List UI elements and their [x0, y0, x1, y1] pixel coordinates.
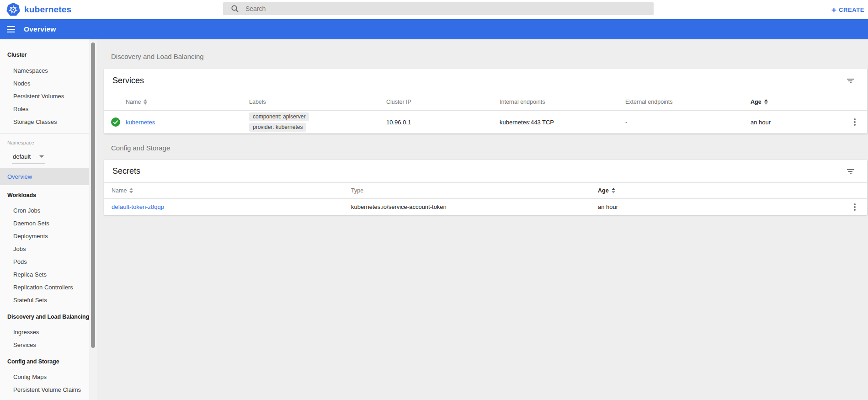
filter-icon[interactable]	[845, 77, 856, 85]
internal-endpoints-cell: kubernetes:443 TCP	[500, 119, 625, 126]
sidebar-item-storage-classes[interactable]: Storage Classes	[0, 116, 89, 128]
search-bar[interactable]	[223, 2, 654, 15]
sidebar-header-cluster: Cluster	[0, 48, 89, 61]
age-cell: an hour	[598, 203, 842, 210]
create-label: CREATE	[839, 6, 864, 13]
search-input[interactable]	[245, 5, 634, 12]
brand[interactable]: kubernetes	[6, 2, 71, 17]
column-header-cluster-ip: Cluster IP	[386, 99, 500, 105]
sidebar-item-namespaces[interactable]: Namespaces	[0, 64, 89, 77]
sidebar: Cluster Namespaces Nodes Persistent Volu…	[0, 39, 89, 400]
sidebar-item-roles[interactable]: Roles	[0, 103, 89, 116]
namespace-label: Namespace	[0, 138, 89, 147]
sidebar-header-workloads: Workloads	[0, 189, 89, 202]
column-header-name[interactable]: Name	[126, 99, 249, 105]
sort-asc-icon	[764, 99, 768, 105]
sidebar-scrollbar-thumb[interactable]	[91, 43, 95, 348]
table-row: default-token-z8qqp kubernetes.io/servic…	[104, 199, 867, 215]
sidebar-item-ingresses[interactable]: Ingresses	[0, 326, 89, 339]
sidebar-item-config-maps[interactable]: Config Maps	[0, 371, 89, 384]
main-content: Discovery and Load Balancing Services Na…	[97, 39, 868, 400]
sidebar-item-cron-jobs[interactable]: Cron Jobs	[0, 204, 89, 217]
sidebar-item-pods[interactable]: Pods	[0, 256, 89, 268]
column-header-type: Type	[351, 187, 598, 194]
secret-type-cell: kubernetes.io/service-account-token	[351, 203, 598, 210]
service-name-link[interactable]: kubernetes	[126, 119, 155, 126]
sidebar-divider	[0, 133, 89, 133]
sidebar-item-replication-controllers[interactable]: Replication Controllers	[0, 281, 89, 294]
sidebar-item-daemon-sets[interactable]: Daemon Sets	[0, 217, 89, 230]
sort-icon	[129, 188, 133, 193]
search-icon	[231, 5, 239, 13]
table-row: kubernetes component: apiserver provider…	[104, 111, 867, 133]
column-header-labels: Labels	[249, 99, 386, 105]
secrets-table-header: Name Type Age	[104, 183, 867, 199]
sidebar-item-overview[interactable]: Overview	[0, 168, 89, 185]
sidebar-item-persistent-volumes[interactable]: Persistent Volumes	[0, 90, 89, 103]
labels-cell: component: apiserver provider: kubernete…	[249, 112, 386, 132]
kubernetes-logo-icon	[6, 3, 20, 16]
sidebar-item-nodes[interactable]: Nodes	[0, 77, 89, 90]
external-endpoints-cell: -	[625, 119, 751, 126]
row-menu-icon[interactable]	[849, 117, 860, 128]
sidebar-item-stateful-sets[interactable]: Stateful Sets	[0, 294, 89, 307]
filter-icon[interactable]	[845, 167, 856, 176]
sidebar-item-persistent-volume-claims[interactable]: Persistent Volume Claims	[0, 384, 89, 396]
chevron-down-icon	[39, 155, 44, 158]
sort-icon	[144, 99, 147, 105]
services-card-title: Services	[112, 76, 144, 85]
column-header-name[interactable]: Name	[104, 187, 351, 194]
sidebar-item-services[interactable]: Services	[0, 339, 89, 352]
column-header-age[interactable]: Age	[598, 187, 842, 194]
sidebar-scrollbar-track[interactable]	[89, 39, 97, 400]
sidebar-item-jobs[interactable]: Jobs	[0, 243, 89, 256]
sidebar-header-config: Config and Storage	[0, 355, 89, 368]
column-header-age[interactable]: Age	[751, 99, 842, 105]
toolbar: Overview	[0, 19, 868, 39]
label-chip: provider: kubernetes	[249, 123, 306, 132]
services-card: Services Name Labels Cluster IP Internal…	[104, 69, 867, 133]
sort-asc-icon	[612, 188, 615, 193]
column-header-internal-endpoints: Internal endpoints	[500, 99, 625, 105]
status-ok-icon	[111, 117, 120, 127]
namespace-select[interactable]: default	[12, 150, 45, 164]
row-menu-icon[interactable]	[849, 202, 860, 213]
cluster-ip-cell: 10.96.0.1	[386, 119, 500, 126]
secret-name-link[interactable]: default-token-z8qqp	[112, 203, 164, 210]
page-title: Overview	[24, 25, 56, 33]
section-title-config: Config and Storage	[111, 133, 867, 152]
sidebar-header-discovery: Discovery and Load Balancing	[0, 310, 89, 323]
plus-icon	[831, 5, 836, 14]
secrets-card-title: Secrets	[112, 166, 140, 176]
services-table-header: Name Labels Cluster IP Internal endpoint…	[104, 93, 867, 111]
column-header-external-endpoints: External endpoints	[625, 99, 751, 105]
menu-icon[interactable]	[7, 26, 15, 32]
app-header: kubernetes CREATE	[0, 0, 868, 19]
namespace-selected-value: default	[13, 153, 31, 160]
brand-name: kubernetes	[24, 5, 71, 15]
create-button[interactable]: CREATE	[831, 0, 864, 19]
sidebar-item-replica-sets[interactable]: Replica Sets	[0, 268, 89, 281]
secrets-card: Secrets Name Type Age default-token-z8qq…	[104, 160, 867, 215]
section-title-discovery: Discovery and Load Balancing	[111, 39, 867, 60]
label-chip: component: apiserver	[249, 112, 309, 121]
age-cell: an hour	[751, 119, 842, 126]
sidebar-item-deployments[interactable]: Deployments	[0, 230, 89, 243]
